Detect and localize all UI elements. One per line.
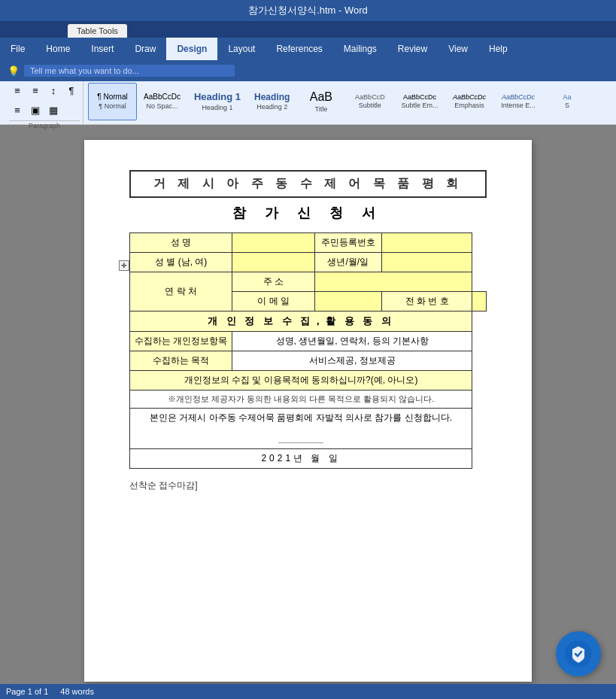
table-row: 2021년 월 일	[130, 449, 487, 469]
privacy-header: 개 인 정 보 수 집，활 용 동 의	[130, 312, 472, 332]
page-area: 거 제 시 아 주 동 수 제 어 목 품 평 회 참 가 신 청 서 ✛ 성 …	[0, 125, 616, 684]
tab-draw[interactable]: Draw	[124, 38, 166, 60]
footer-note: 선착순 접수마감]	[129, 479, 487, 492]
table-row: 성 별 (남, 여) 생년/월/일	[130, 253, 487, 272]
collect-items-label: 수집하는 개인정보항목	[130, 332, 232, 351]
tab-design[interactable]: Design	[166, 38, 217, 60]
indent-decrease-icon[interactable]: ≡	[9, 83, 26, 99]
email-value[interactable]	[314, 292, 381, 312]
table-row: 수집하는 목적 서비스제공, 정보제공	[130, 351, 487, 371]
tab-review[interactable]: Review	[387, 38, 438, 60]
indent-increase-icon[interactable]: ≡	[27, 83, 44, 99]
style-subtle-em[interactable]: AaBbCcDc Subtle Em...	[394, 83, 445, 120]
tab-insert[interactable]: Insert	[80, 38, 124, 60]
lightbulb-icon: 💡	[8, 65, 20, 77]
privacy-notice: ※개인정보 제공자가 동의한 내용외의 다른 목적으로 활용되지 않습니다.	[130, 391, 472, 409]
word-count: 48 words	[60, 687, 94, 696]
ribbon-tabs: File Home Insert Draw Design Layout Refe…	[0, 38, 616, 60]
sort-icon[interactable]: ↕	[45, 83, 62, 99]
search-input[interactable]	[24, 65, 235, 77]
table-row: 성 명 주민등록번호	[130, 233, 487, 253]
table-row: 수집하는 개인정보항목 성명, 생년월일, 연락처, 등의 기본사항	[130, 332, 487, 351]
table-row: 본인은 거제시 아주동 수제어묵 품평회에 자발적 의사로 참가를 신청합니다.	[130, 409, 487, 449]
malwarebytes-icon[interactable]	[556, 631, 601, 676]
style-heading2[interactable]: Heading Heading 2	[247, 83, 296, 120]
date-row: 2021년 월 일	[130, 449, 472, 469]
paragraph-icons-2: ≡ ▣ ▦	[9, 101, 80, 120]
tab-home[interactable]: Home	[35, 38, 80, 60]
birth-label: 생년/월/일	[314, 253, 381, 272]
status-bar: Page 1 of 1 48 words	[0, 684, 616, 699]
id-label: 주민등록번호	[314, 233, 381, 253]
table-row: ※개인정보 제공자가 동의한 내용외의 다른 목적으로 활용되지 않습니다.	[130, 391, 487, 409]
gender-value[interactable]	[232, 253, 314, 272]
style-heading1[interactable]: Heading 1 Heading 1	[187, 83, 247, 120]
address-label: 주 소	[232, 272, 314, 292]
phone-value[interactable]	[472, 292, 487, 312]
line-spacing-icon[interactable]: ≡	[9, 102, 26, 119]
id-value[interactable]	[381, 233, 472, 253]
style-no-spacing[interactable]: AaBbCcDc No Spac...	[137, 83, 187, 120]
pilcrow-icon[interactable]: ¶	[63, 83, 80, 99]
borders-icon[interactable]: ▦	[45, 102, 62, 119]
form-table: 성 명 주민등록번호 성 별 (남, 여) 생년/월/일 연 락 처 주 소	[129, 232, 487, 469]
paragraph-section: ≡ ≡ ↕ ¶ ≡ ▣ ▦ Paragraph	[6, 81, 83, 125]
document-subtitle: 참 가 신 청 서	[129, 204, 487, 222]
collect-purpose-label: 수집하는 목적	[130, 351, 232, 371]
name-value[interactable]	[232, 233, 314, 253]
ribbon: File Home Insert Draw Design Layout Refe…	[0, 38, 616, 60]
tab-bar: Table Tools	[0, 21, 616, 38]
consent-question: 개인정보의 수집 및 이용목적에 동의하십니까?(예, 아니오)	[130, 371, 472, 391]
tab-mailings[interactable]: Mailings	[333, 38, 387, 60]
style-intense-e[interactable]: AaBbCcDc Intense E...	[493, 83, 542, 120]
birth-value[interactable]	[381, 253, 472, 272]
document-page: 거 제 시 아 주 동 수 제 어 목 품 평 회 참 가 신 청 서 ✛ 성 …	[84, 140, 532, 682]
shading-icon[interactable]: ▣	[27, 102, 44, 119]
collect-purpose-value: 서비스제공, 정보제공	[232, 351, 472, 371]
style-s[interactable]: Aa S	[542, 83, 591, 120]
contact-label: 연 락 처	[130, 272, 232, 312]
styles-section: ¶ Normal ¶ Normal AaBbCcDc No Spac... He…	[85, 81, 594, 125]
name-label: 성 명	[130, 233, 232, 253]
document-title: 거 제 시 아 주 동 수 제 어 목 품 평 회	[129, 170, 487, 198]
table-row: 개인정보의 수집 및 이용목적에 동의하십니까?(예, 아니오)	[130, 371, 487, 391]
style-title[interactable]: AaB Title	[296, 83, 345, 120]
tab-file[interactable]: File	[0, 38, 35, 60]
title-bar: 참가신청서양식.htm - Word	[0, 0, 616, 21]
tab-layout[interactable]: Layout	[217, 38, 266, 60]
address-value[interactable]	[314, 272, 472, 292]
table-move-handle[interactable]: ✛	[119, 260, 129, 271]
gender-label: 성 별 (남, 여)	[130, 253, 232, 272]
tab-help[interactable]: Help	[478, 38, 518, 60]
table-row: 개 인 정 보 수 집，활 용 동 의	[130, 312, 487, 332]
paragraph-label: Paragraph	[9, 120, 80, 130]
table-tools-tab[interactable]: Table Tools	[68, 24, 127, 38]
tab-view[interactable]: View	[438, 38, 478, 60]
paragraph-icons: ≡ ≡ ↕ ¶	[9, 81, 80, 101]
ribbon-toolbar: ≡ ≡ ↕ ¶ ≡ ▣ ▦ Paragraph ¶ Normal ¶ Norma…	[0, 81, 616, 125]
tab-references[interactable]: References	[266, 38, 332, 60]
title-text: 참가신청서양식.htm - Word	[248, 4, 368, 17]
search-bar: 💡	[0, 60, 616, 81]
phone-label: 전 화 번 호	[381, 292, 472, 312]
style-subtitle[interactable]: AaBbCcD Subtitle	[345, 83, 394, 120]
style-emphasis[interactable]: AaBbCcDc Emphasis	[445, 83, 493, 120]
collect-items-value: 성명, 생년월일, 연락처, 등의 기본사항	[232, 332, 472, 351]
style-normal[interactable]: ¶ Normal ¶ Normal	[88, 83, 137, 120]
document-content: 거 제 시 아 주 동 수 제 어 목 품 평 회 참 가 신 청 서 ✛ 성 …	[129, 170, 487, 492]
email-label: 이 메 일	[232, 292, 314, 312]
page-info: Page 1 of 1	[6, 687, 48, 696]
declaration-text: 본인은 거제시 아주동 수제어묵 품평회에 자발적 의사로 참가를 신청합니다.	[130, 409, 472, 449]
table-row: 연 락 처 주 소	[130, 272, 487, 292]
